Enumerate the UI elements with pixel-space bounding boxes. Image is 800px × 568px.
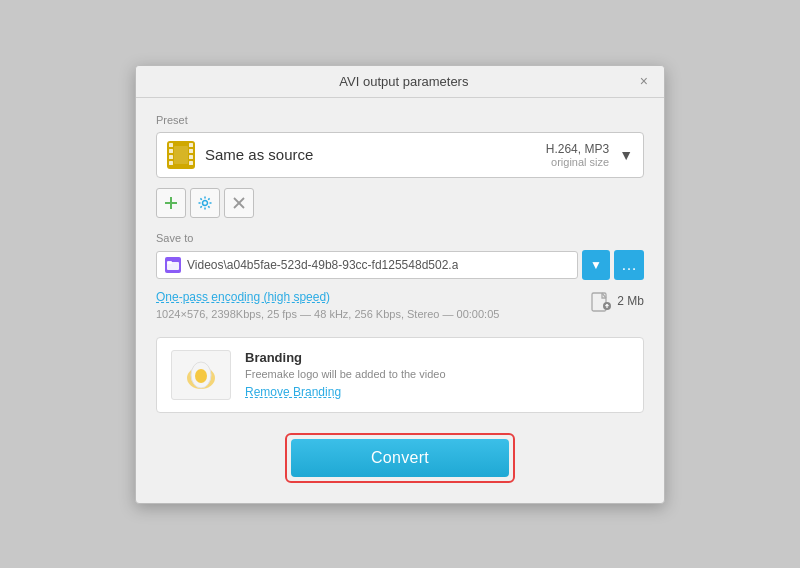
encoding-right: 2 Mb xyxy=(591,290,644,312)
encoding-details: 1024×576, 2398Kbps, 25 fps — 48 kHz, 256… xyxy=(156,308,499,320)
remove-preset-button[interactable] xyxy=(224,188,254,218)
convert-button[interactable]: Convert xyxy=(291,439,509,477)
branding-text: Branding Freemake logo will be added to … xyxy=(245,350,446,399)
encoding-row: One-pass encoding (high speed) 1024×576,… xyxy=(156,290,644,321)
svg-rect-1 xyxy=(169,143,173,147)
file-size-icon xyxy=(591,290,611,312)
save-to-label: Save to xyxy=(156,232,644,244)
gear-icon xyxy=(198,196,212,210)
dropdown-arrow-icon: ▼ xyxy=(590,258,602,272)
encoding-left: One-pass encoding (high speed) 1024×576,… xyxy=(156,290,499,321)
film-icon xyxy=(167,141,195,169)
svg-rect-5 xyxy=(189,143,193,147)
path-text: Videos\a04b5fae-523d-49b8-93cc-fd125548d… xyxy=(187,258,458,272)
convert-area: Convert xyxy=(156,433,644,483)
remove-branding-link[interactable]: Remove Branding xyxy=(245,385,341,399)
branding-logo-icon xyxy=(183,360,219,390)
svg-point-22 xyxy=(195,369,207,383)
close-button[interactable]: × xyxy=(638,74,650,88)
svg-point-12 xyxy=(203,200,208,205)
preset-toolbar xyxy=(156,188,644,218)
preset-codec: H.264, MP3 xyxy=(546,142,609,156)
plus-icon xyxy=(164,196,178,210)
svg-rect-7 xyxy=(189,155,193,159)
convert-button-wrapper: Convert xyxy=(285,433,515,483)
svg-rect-9 xyxy=(174,146,188,164)
path-input[interactable]: Videos\a04b5fae-523d-49b8-93cc-fd125548d… xyxy=(156,251,578,279)
encoding-link[interactable]: One-pass encoding (high speed) xyxy=(156,290,499,304)
avi-output-dialog: AVI output parameters × Preset Same as s… xyxy=(135,65,665,504)
file-size-label: 2 Mb xyxy=(617,294,644,308)
branding-title: Branding xyxy=(245,350,446,365)
svg-rect-11 xyxy=(165,202,177,204)
preset-name: Same as source xyxy=(205,146,546,163)
add-preset-button[interactable] xyxy=(156,188,186,218)
path-dropdown-button[interactable]: ▼ xyxy=(582,250,610,280)
dialog-title: AVI output parameters xyxy=(170,74,638,89)
svg-rect-2 xyxy=(169,149,173,153)
preset-size: original size xyxy=(546,156,609,168)
dialog-body: Preset Same as source H.264, MP3 origina… xyxy=(136,98,664,503)
preset-dropdown[interactable]: Same as source H.264, MP3 original size … xyxy=(156,132,644,178)
dialog-title-bar: AVI output parameters × xyxy=(136,66,664,98)
settings-button[interactable] xyxy=(190,188,220,218)
svg-rect-16 xyxy=(167,261,172,264)
branding-description: Freemake logo will be added to the video xyxy=(245,368,446,380)
branding-box: Branding Freemake logo will be added to … xyxy=(156,337,644,413)
svg-rect-6 xyxy=(189,149,193,153)
svg-rect-8 xyxy=(189,161,193,165)
x-icon xyxy=(233,197,245,209)
folder-icon xyxy=(165,257,181,273)
preset-section-label: Preset xyxy=(156,114,644,126)
svg-rect-3 xyxy=(169,155,173,159)
branding-thumbnail xyxy=(171,350,231,400)
svg-rect-4 xyxy=(169,161,173,165)
chevron-down-icon: ▼ xyxy=(619,147,633,163)
preset-info: H.264, MP3 original size xyxy=(546,142,609,168)
save-to-row: Videos\a04b5fae-523d-49b8-93cc-fd125548d… xyxy=(156,250,644,280)
browse-button[interactable]: … xyxy=(614,250,644,280)
